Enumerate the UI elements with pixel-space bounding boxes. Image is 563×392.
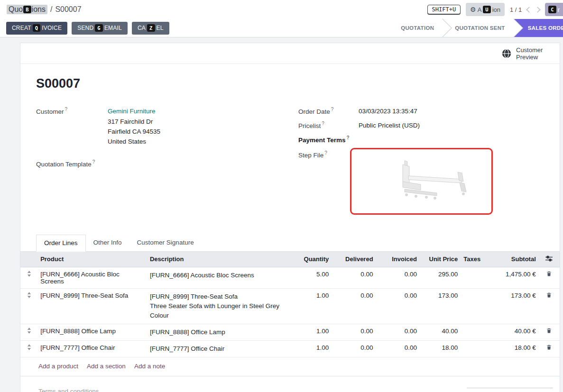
line-quantity-cell[interactable]: 1.00	[289, 324, 332, 340]
line-taxes-cell[interactable]	[461, 340, 489, 357]
globe-icon	[501, 48, 512, 59]
line-taxes-cell[interactable]	[461, 267, 489, 288]
line-description-cell[interactable]: [FURN_8888] Office Lamp	[147, 324, 289, 340]
help-icon: ?	[92, 159, 95, 164]
drag-handle[interactable]	[20, 324, 37, 340]
delete-line-button[interactable]	[539, 267, 560, 288]
order-line-row: [FURN_8999] Three-Seat Sofa [FURN_8999] …	[20, 288, 560, 324]
line-product-cell[interactable]: [FURN_8888] Office Lamp	[37, 324, 147, 340]
form-left-column: Customer? Gemini Furniture 317 Fairchild…	[36, 106, 298, 219]
line-description-cell[interactable]: [FURN_7777] Office Chair	[147, 340, 289, 357]
create-invoice-button[interactable]: CREAT Q IVOICE	[6, 22, 67, 35]
pager-next-icon[interactable]	[535, 7, 541, 13]
customer-preview-button[interactable]: Customer Preview	[498, 46, 549, 61]
create-invoice-label-pre: CREAT	[12, 25, 31, 31]
add-note-link[interactable]: Add a note	[134, 363, 165, 370]
line-invoiced-cell[interactable]: 0.00	[376, 288, 420, 324]
line-delivered-cell[interactable]: 0.00	[332, 288, 376, 324]
help-icon: ?	[322, 121, 324, 126]
customer-link[interactable]: Gemini Furniture	[108, 108, 156, 115]
customer-address-line: 317 Fairchild Dr	[108, 117, 160, 127]
line-unit-price-cell[interactable]: 40.00	[420, 324, 461, 340]
unit-price-column-header: Unit Price	[420, 252, 461, 267]
top-bar: Quo B ions / S00007 SHIFT+U ⚙ A U ion 1 …	[0, 0, 563, 19]
order-date-field-label: Order Date?	[298, 106, 359, 115]
line-delivered-cell[interactable]: 0.00	[332, 340, 376, 357]
line-product-cell[interactable]: [FURN_8999] Three-Seat Sofa	[37, 288, 147, 324]
send-email-button[interactable]: SEND G EMAIL	[72, 22, 128, 35]
line-unit-price-cell[interactable]: 18.00	[420, 340, 461, 357]
action-menu-button[interactable]: ⚙ A U ion	[466, 3, 505, 16]
line-quantity-cell[interactable]: 1.00	[289, 288, 332, 324]
line-invoiced-cell[interactable]: 0.00	[376, 267, 420, 288]
corner-button[interactable]: C r	[545, 3, 563, 16]
sale-order-form: Customer Preview S00007 Customer? Gemini…	[20, 43, 560, 392]
topbar-right-controls: SHIFT+U ⚙ A U ion 1 / 1 C r	[427, 3, 563, 16]
create-invoice-label-post: IVOICE	[42, 25, 62, 31]
delete-line-button[interactable]	[539, 340, 560, 357]
help-icon: ?	[324, 150, 327, 155]
shortcut-hint-badge: SHIFT+U	[427, 5, 461, 14]
drag-handle[interactable]	[20, 267, 37, 288]
add-product-link[interactable]: Add a product	[38, 363, 78, 370]
quotation-template-field-label: Quotation Template?	[36, 159, 108, 168]
pager-previous-icon[interactable]	[526, 7, 532, 13]
order-line-row: [FURN_8888] Office Lamp [FURN_8888] Offi…	[20, 324, 560, 340]
delete-line-button[interactable]	[539, 324, 560, 340]
delete-line-button[interactable]	[539, 288, 560, 324]
line-taxes-cell[interactable]	[461, 288, 489, 324]
line-quantity-cell[interactable]: 1.00	[289, 340, 332, 357]
line-unit-price-cell[interactable]: 295.00	[420, 267, 461, 288]
step-file-preview[interactable]	[350, 148, 493, 215]
form-sheet: S00007 Customer? Gemini Furniture 317 Fa…	[20, 64, 560, 219]
invoiced-column-header: Invoiced	[376, 252, 420, 267]
line-delivered-cell[interactable]: 0.00	[332, 324, 376, 340]
optional-columns-button[interactable]	[545, 255, 553, 263]
corner-button-label: r	[558, 6, 560, 13]
help-icon: ?	[347, 135, 350, 140]
line-delivered-cell[interactable]: 0.00	[332, 267, 376, 288]
pricelist-field[interactable]: Public Pricelist (USD)	[359, 120, 420, 130]
table-header-row: Product Description Quantity Delivered I…	[20, 252, 560, 267]
hotkey-badge-q: Q	[33, 24, 41, 32]
line-description-cell[interactable]: [FURN_6666] Acoustic Bloc Screens	[147, 267, 289, 288]
drag-handle[interactable]	[20, 288, 37, 324]
cancel-button[interactable]: CA Z EL	[132, 22, 169, 35]
help-icon: ?	[65, 107, 68, 112]
payment-terms-field-label: Payment Terms?	[298, 135, 359, 144]
hotkey-badge-z: Z	[147, 24, 155, 32]
customer-address-line: United States	[108, 137, 160, 146]
tab-customer-signature[interactable]: Customer Signature	[129, 235, 202, 251]
line-taxes-cell[interactable]	[461, 324, 489, 340]
line-quantity-cell[interactable]: 5.00	[289, 267, 332, 288]
page-title: S00007	[36, 76, 550, 91]
line-unit-price-cell[interactable]: 173.00	[420, 288, 461, 324]
form-footer: Terms and conditions... Total: 1,706.00 …	[20, 376, 560, 392]
status-step-quotation-sent[interactable]: QUOTATION SENT	[443, 19, 513, 37]
order-line-row: [FURN_7777] Office Chair [FURN_7777] Off…	[20, 340, 560, 357]
breadcrumb-quotations-link[interactable]: Quo B ions	[7, 5, 47, 14]
step-file-field-label: Step File?	[298, 150, 359, 159]
line-description-cell[interactable]: [FURN_8999] Three-Seat Sofa Three Seater…	[147, 288, 289, 324]
order-date-field[interactable]: 03/03/2023 13:35:47	[359, 106, 417, 116]
add-section-link[interactable]: Add a section	[87, 363, 126, 370]
line-product-cell[interactable]: [FURN_7777] Office Chair	[37, 340, 147, 357]
status-step-quotation[interactable]: QUOTATION	[388, 19, 443, 37]
trash-icon	[546, 328, 552, 334]
line-invoiced-cell[interactable]: 0.00	[376, 340, 420, 357]
line-product-cell[interactable]: [FURN_6666] Acoustic Bloc Screens	[37, 267, 147, 288]
form-right-column: Order Date? 03/03/2023 13:35:47 Pricelis…	[298, 106, 550, 219]
customer-field-label: Customer?	[36, 106, 108, 115]
quantity-column-header: Quantity	[289, 252, 332, 267]
line-invoiced-cell[interactable]: 0.00	[376, 324, 420, 340]
subtotal-column-header: Subtotal	[489, 252, 538, 267]
product-column-header: Product	[37, 252, 147, 267]
step-file-3d-model-image	[351, 149, 491, 213]
pager-counter: 1 / 1	[510, 6, 522, 13]
terms-and-conditions-placeholder[interactable]: Terms and conditions...	[38, 388, 104, 392]
action-label-post: ion	[492, 6, 500, 13]
trash-icon	[546, 271, 552, 277]
tab-order-lines[interactable]: Order Lines	[36, 235, 86, 252]
tab-other-info[interactable]: Other Info	[86, 235, 129, 251]
drag-handle[interactable]	[20, 340, 37, 357]
